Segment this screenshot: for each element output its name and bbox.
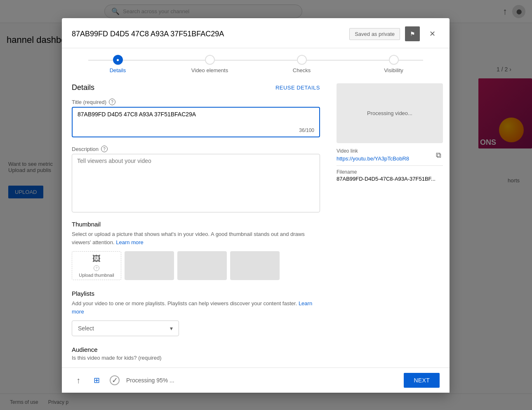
playlists-heading: Playlists bbox=[72, 290, 320, 297]
modal-title: 87AB99FD D4D5 47C8 A93A 37F51BFAC29A bbox=[72, 30, 344, 38]
thumbnail-heading: Thumbnail bbox=[72, 221, 320, 228]
desc-help-icon[interactable]: ? bbox=[101, 146, 108, 152]
filename-label: Filename bbox=[337, 169, 443, 175]
title-help-icon[interactable]: ? bbox=[109, 99, 115, 105]
step-checks[interactable]: Checks bbox=[256, 55, 348, 73]
select-value: Select bbox=[78, 325, 94, 332]
audience-heading: Audience bbox=[72, 346, 320, 353]
check-icon: ✓ bbox=[110, 375, 120, 385]
section-title: Details bbox=[72, 83, 94, 92]
step-label-details: Details bbox=[110, 67, 126, 73]
step-video-elements[interactable]: Video elements bbox=[164, 55, 256, 73]
steps-bar: ● Details Video elements Checks Visibili… bbox=[72, 55, 440, 73]
steps-container: ● Details Video elements Checks Visibili… bbox=[62, 48, 450, 73]
desc-label: Description ? bbox=[72, 146, 320, 152]
video-preview: Processing video... bbox=[337, 83, 443, 143]
thumbnail-option-2 bbox=[177, 251, 227, 280]
chevron-down-icon: ▾ bbox=[170, 325, 173, 332]
thumbnail-options: 🖼 ? Upload thumbnail bbox=[72, 251, 320, 280]
processing-text: Processing video... bbox=[367, 110, 412, 116]
playlists-section: Playlists Add your video to one or more … bbox=[72, 290, 320, 336]
thumbnail-option-3 bbox=[230, 251, 280, 280]
title-input-wrapper: 87AB99FD D4D5 47C8 A93A 37F51BFAC29A 36/… bbox=[72, 107, 320, 137]
modal-footer: ↑ ⊞ ✓ Processing 95% ... NEXT bbox=[62, 368, 450, 393]
desc-wrapper bbox=[72, 154, 320, 212]
divider bbox=[337, 165, 443, 166]
step-label-checks: Checks bbox=[293, 67, 311, 73]
next-button[interactable]: NEXT bbox=[404, 373, 440, 388]
step-visibility[interactable]: Visibility bbox=[348, 55, 440, 73]
grid-icon: ⊞ bbox=[94, 376, 100, 385]
playlists-select[interactable]: Select ▾ bbox=[72, 320, 179, 336]
footer-upload-icon[interactable]: ↑ bbox=[72, 374, 85, 387]
step-circle-video bbox=[205, 55, 215, 65]
step-circle-checks bbox=[297, 55, 307, 65]
filename-text: 87AB99FD-D4D5-47C8-A93A-37F51BF... bbox=[337, 176, 443, 182]
filename-block: Filename 87AB99FD-D4D5-47C8-A93A-37F51BF… bbox=[337, 169, 443, 182]
modal-body: Details REUSE DETAILS Title (required) ?… bbox=[62, 73, 450, 368]
video-link-url[interactable]: https://youtu.be/YA3pTcBobR8 bbox=[337, 156, 409, 162]
step-label-video: Video elements bbox=[191, 67, 228, 73]
title-field-group: Title (required) ? 87AB99FD D4D5 47C8 A9… bbox=[72, 99, 320, 137]
video-link-label: Video link bbox=[337, 148, 409, 154]
footer-processing-status: Processing 95% ... bbox=[126, 377, 399, 384]
footer-grid-icon[interactable]: ⊞ bbox=[90, 374, 103, 387]
close-button[interactable]: ✕ bbox=[425, 26, 440, 41]
step-label-visibility: Visibility bbox=[384, 67, 403, 73]
saved-badge: Saved as private bbox=[349, 28, 400, 40]
thumbnail-learn-more[interactable]: Learn more bbox=[116, 239, 143, 245]
modal-dialog: 87AB99FD D4D5 47C8 A93A 37F51BFAC29A Sav… bbox=[62, 18, 450, 393]
upload-thumbnail-label: Upload thumbnail bbox=[79, 273, 114, 278]
close-icon: ✕ bbox=[429, 29, 435, 38]
title-label: Title (required) ? bbox=[72, 99, 320, 105]
description-input[interactable] bbox=[77, 158, 315, 207]
upload-thumbnail-icon: 🖼 bbox=[92, 254, 101, 264]
video-link-block: Video link https://youtu.be/YA3pTcBobR8 … bbox=[337, 148, 443, 162]
copy-link-button[interactable]: ⧉ bbox=[434, 149, 443, 161]
step-circle-visibility bbox=[389, 55, 399, 65]
step-circle-details: ● bbox=[113, 55, 123, 65]
upload-thumbnail-button[interactable]: 🖼 ? Upload thumbnail bbox=[72, 251, 121, 280]
help-circle: ? bbox=[94, 265, 99, 271]
thumbnail-desc: Select or upload a picture that shows wh… bbox=[72, 230, 320, 246]
title-input[interactable]: 87AB99FD D4D5 47C8 A93A 37F51BFAC29A bbox=[78, 111, 314, 124]
audience-subtitle: Is this video made for kids? (required) bbox=[72, 355, 320, 361]
copy-icon: ⧉ bbox=[436, 151, 441, 159]
thumbnail-option-1 bbox=[125, 251, 174, 280]
playlists-desc: Add your video to one or more playlists.… bbox=[72, 299, 320, 316]
step-details[interactable]: ● Details bbox=[72, 55, 164, 73]
modal-header: 87AB99FD D4D5 47C8 A93A 37F51BFAC29A Sav… bbox=[62, 18, 450, 48]
modal-right-panel: Processing video... Video link https://y… bbox=[330, 73, 450, 368]
flag-icon: ⚑ bbox=[410, 31, 415, 37]
audience-section: Audience Is this video made for kids? (r… bbox=[72, 346, 320, 361]
upload-icon: ↑ bbox=[76, 376, 80, 385]
title-counter: 36/100 bbox=[78, 127, 314, 133]
video-link-row: Video link https://youtu.be/YA3pTcBobR8 … bbox=[337, 148, 443, 162]
reuse-details-link[interactable]: REUSE DETAILS bbox=[275, 85, 320, 91]
thumbnail-section: Thumbnail Select or upload a picture tha… bbox=[72, 221, 320, 280]
modal-left-panel: Details REUSE DETAILS Title (required) ?… bbox=[62, 73, 330, 368]
footer-check-icon: ✓ bbox=[108, 374, 121, 387]
step-dot: ● bbox=[116, 57, 119, 63]
section-header: Details REUSE DETAILS bbox=[72, 83, 320, 92]
description-field-group: Description ? bbox=[72, 146, 320, 212]
flag-button[interactable]: ⚑ bbox=[405, 26, 420, 41]
